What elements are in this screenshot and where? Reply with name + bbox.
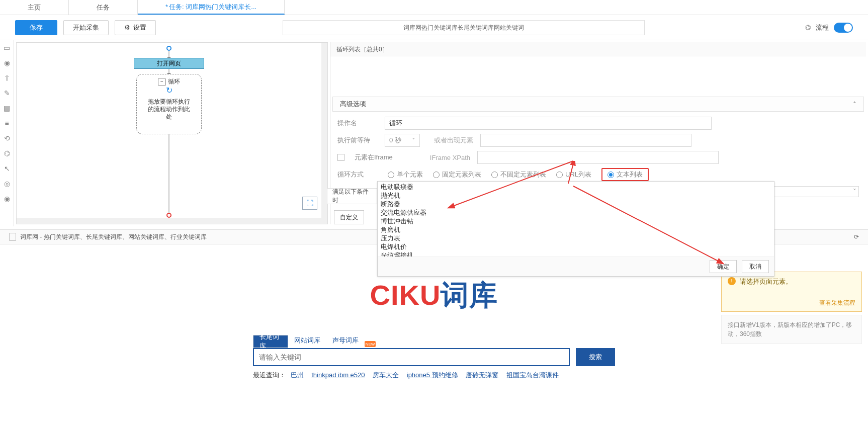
tip-link[interactable]: 查看采集流程 xyxy=(819,299,855,307)
sitemap-icon: ⌬ xyxy=(805,24,811,31)
mode-varlist[interactable]: 不固定元素列表 xyxy=(491,170,546,179)
upload-icon[interactable]: ⇪ xyxy=(3,73,12,82)
version-box: 接口新增V1版本，新版本相应的增加了PC，移动，360指数 xyxy=(721,315,862,344)
mouse-icon[interactable]: ◉ xyxy=(3,58,12,67)
recent-link[interactable]: 房车大全 xyxy=(373,371,399,379)
new-badge: NEW xyxy=(365,341,376,347)
radio-icon[interactable]: ◎ xyxy=(3,179,12,188)
mode-textlist[interactable]: 文本列表 xyxy=(601,168,649,181)
mode-label: 循环方式 xyxy=(337,170,378,179)
unsaved-indicator: * xyxy=(165,3,168,11)
edit-icon[interactable]: ✎ xyxy=(3,89,12,98)
tab-current-task[interactable]: * 任务: 词库网热门关键词库长... xyxy=(138,0,285,15)
flow-toggle-wrap: ⌬ 流程 xyxy=(805,23,853,33)
start-collect-button[interactable]: 开始采集 xyxy=(63,20,109,35)
site-tab-longtail[interactable]: 长尾词库 xyxy=(253,335,288,348)
canvas-fit-icon[interactable]: ⛶ xyxy=(302,197,317,210)
page-title-text: 词库网 - 热门关键词库、长尾关键词库、网站关键词库、行业关键词库 xyxy=(20,233,207,241)
cancel-button[interactable]: 取消 xyxy=(742,260,769,273)
recent-link[interactable]: 巴州 xyxy=(291,371,304,379)
gear-icon: ⚙ xyxy=(124,24,130,31)
chevron-down-icon: ˅ xyxy=(412,137,415,144)
loop-node[interactable]: −循环 ↻ 拖放要循环执行 的流程动作到此 处 xyxy=(136,74,202,134)
iframe-checkbox[interactable] xyxy=(337,154,344,161)
flow-label: 流程 xyxy=(816,23,829,32)
layers-icon[interactable]: ▭ xyxy=(3,43,12,52)
cursor-icon[interactable]: ↖ xyxy=(3,164,12,173)
loop-dropzone[interactable]: 拖放要循环执行 的流程动作到此 处 xyxy=(140,98,198,121)
wait-or-label: 或者出现元素 xyxy=(434,136,473,145)
settings-button[interactable]: ⚙ 设置 xyxy=(115,20,156,35)
iframe-label: 元素在Iframe xyxy=(355,153,393,162)
terminal-icon[interactable]: ▤ xyxy=(3,104,12,113)
record-icon[interactable]: ◉ xyxy=(3,194,12,203)
flow-toggle[interactable] xyxy=(834,23,853,33)
flow-canvas[interactable]: 打开网页 −循环 ↻ 拖放要循环执行 的流程动作到此 处 ⛶ xyxy=(16,42,328,224)
mode-urllist[interactable]: URL列表 xyxy=(556,170,591,179)
toolbar: 保存 开始采集 ⚙ 设置 词库网热门关键词库长尾关键词库网站关键词 ⌬ 流程 xyxy=(0,15,868,40)
iframe-xpath-label: IFrame XPath xyxy=(430,154,470,161)
site-search-button[interactable]: 搜索 xyxy=(576,348,615,366)
list-icon[interactable]: ≡ xyxy=(3,119,12,128)
end-node[interactable] xyxy=(166,213,171,218)
start-node[interactable] xyxy=(166,46,171,51)
tip-text: 请选择页面元素。 xyxy=(740,277,792,306)
opname-label: 操作名 xyxy=(337,119,378,128)
tree-icon[interactable]: ⌬ xyxy=(3,149,12,158)
wait-element-input[interactable] xyxy=(480,134,691,147)
recent-link[interactable]: iphone5 预约维修 xyxy=(407,371,458,379)
textlist-textarea[interactable]: 电动吸痰器 抛光机 断路器 交流电源供应器 博世冲击钻 角磨机 压力表 电焊机价… xyxy=(378,182,774,257)
chevron-down-icon[interactable]: ˅ xyxy=(853,188,856,195)
condition-label: 满足以下条件时 xyxy=(327,188,377,204)
recent-queries: 最近查询： 巴州 thinkpad ibm e520 房车大全 iphone5 … xyxy=(253,370,615,380)
chevron-up-icon: ˄ xyxy=(853,101,856,108)
site-tab-web[interactable]: 网站词库 xyxy=(288,333,326,348)
recent-link[interactable]: thinkpad ibm e520 xyxy=(311,371,365,379)
iframe-xpath-input[interactable] xyxy=(477,151,719,164)
right-panel-title: 循环列表［总共0］ xyxy=(330,42,866,56)
collapse-icon[interactable]: − xyxy=(158,78,166,86)
advanced-accordion[interactable]: 高级选项 ˄ xyxy=(332,97,864,112)
canvas-scroll-h[interactable] xyxy=(17,218,327,224)
warning-icon: ! xyxy=(728,277,736,285)
task-title-input[interactable]: 词库网热门关键词库长尾关键词库网站关键词 xyxy=(283,20,645,35)
top-tabs: 主页 任务 * 任务: 词库网热门关键词库长... xyxy=(0,0,868,15)
wait-label: 执行前等待 xyxy=(337,136,378,145)
page-refresh-icon[interactable]: ⟳ xyxy=(854,233,859,240)
document-icon xyxy=(9,233,16,241)
open-page-node[interactable]: 打开网页 xyxy=(134,58,204,69)
recent-link[interactable]: 唐砖无弹窗 xyxy=(466,371,498,379)
mode-fixed[interactable]: 固定元素列表 xyxy=(433,170,481,179)
loop-refresh-icon: ↻ xyxy=(140,86,198,95)
tab-home[interactable]: 主页 xyxy=(0,0,69,15)
opname-input[interactable] xyxy=(385,117,712,130)
tab-tasks[interactable]: 任务 xyxy=(69,0,138,15)
side-toolbar: ▭ ◉ ⇪ ✎ ▤ ≡ ⟲ ⌬ ↖ ◎ ◉ xyxy=(0,40,14,226)
save-button[interactable]: 保存 xyxy=(15,20,57,35)
site-search-input[interactable] xyxy=(253,348,570,366)
custom-button[interactable]: 自定义 xyxy=(334,210,364,224)
mode-single[interactable]: 单个元素 xyxy=(388,170,423,179)
refresh-icon[interactable]: ⟲ xyxy=(3,134,12,143)
recent-link[interactable]: 祖国宝岛台湾课件 xyxy=(506,371,559,379)
site-tab-initials[interactable]: 声母词库 xyxy=(326,333,365,348)
textlist-editor: 电动吸痰器 抛光机 断路器 交流电源供应器 博世冲击钻 角磨机 压力表 电焊机价… xyxy=(377,181,774,277)
site-tabs: 长尾词库 网站词库 声母词库 NEW xyxy=(253,333,615,348)
tab-current-task-label: 任务: 词库网热门关键词库长... xyxy=(169,3,256,12)
tip-box: ! 请选择页面元素。 查看采集流程 xyxy=(721,272,862,312)
ok-button[interactable]: 确定 xyxy=(710,260,737,273)
wait-select[interactable]: 0 秒˅ xyxy=(385,134,420,147)
